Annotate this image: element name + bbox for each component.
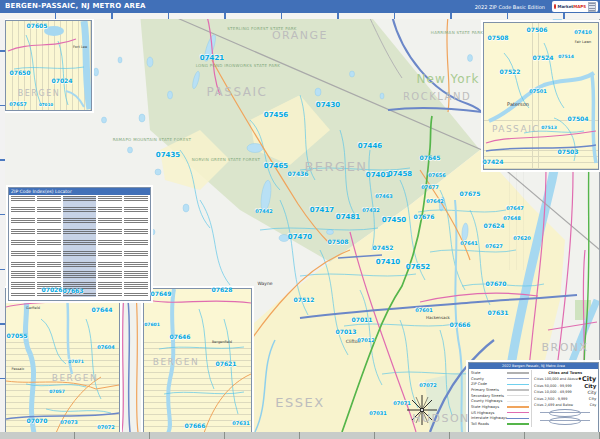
zip-code-label: 07645	[420, 155, 441, 161]
zip-index-column	[37, 196, 61, 297]
county-label: ESSEX	[275, 396, 324, 409]
town-label: Clifton	[346, 340, 361, 345]
zip-code-label: 07676	[414, 214, 435, 220]
town-label: Hackensack	[426, 316, 450, 320]
zip-code-label: 07456	[264, 112, 288, 119]
zip-code-label: 07012	[357, 338, 374, 343]
park-label: HARRIMAN STATE PARK	[431, 31, 483, 35]
map-legend: 2022 Bergen-Passaic, NJ Metro Area State…	[468, 362, 599, 437]
road-shield-sample	[534, 409, 596, 417]
zip-code-label: 07670	[486, 281, 507, 287]
zip-code-label: 07450	[382, 217, 406, 224]
zip-code-label: 07641	[460, 241, 477, 246]
zip-code-label: 07432	[362, 208, 379, 213]
logo-side-panel	[588, 2, 596, 12]
zip-code-label: 07647	[506, 206, 523, 211]
legend-line-items: StateCountyZIP CodePrimary StreetsSecond…	[471, 370, 531, 427]
park-label: NORVIN GREEN STATE FOREST	[192, 158, 261, 162]
zip-index-column	[11, 196, 35, 297]
zip-code-label: 07031	[369, 411, 386, 416]
zip-code-label: 07601	[415, 308, 432, 313]
compass-rose	[407, 395, 437, 425]
zip-code-label: 07436	[288, 171, 309, 177]
zip-index-column	[63, 196, 96, 297]
zip-code-label: 07677	[421, 185, 438, 190]
zip-code-label: 07452	[373, 245, 394, 251]
county-label: BERGEN	[304, 160, 367, 173]
zip-code-label: 07481	[336, 214, 360, 221]
zip-code-label: 07410	[376, 259, 400, 266]
county-label: HUDSON	[412, 413, 470, 424]
zip-code-label: 07620	[513, 236, 530, 241]
logo-text-market: Market	[557, 4, 573, 9]
zip-code-label: 07631	[488, 310, 509, 316]
zip-code-label: 07656	[428, 173, 445, 178]
park-label: RAMAPO MOUNTAIN STATE FOREST	[113, 138, 192, 142]
zip-code-label: 07627	[485, 244, 502, 249]
road-shield-sample	[534, 417, 596, 425]
county-label: New York	[417, 73, 480, 85]
top-ruler	[0, 13, 600, 19]
left-ruler	[0, 19, 5, 432]
map-screenshot: { "header": { "title": "BERGEN-PASSAIC, …	[0, 0, 600, 439]
zip-code-label: 07072	[419, 383, 436, 388]
zip-index-column	[124, 196, 148, 297]
park-label: LONG POND IRONWORKS STATE PARK	[196, 64, 281, 68]
zip-code-label: 07463	[375, 194, 392, 199]
zip-code-label: 07508	[328, 239, 349, 245]
title-bar: BERGEN-PASSAIC, NJ METRO AREA 2022 ZIP C…	[0, 0, 600, 13]
inset-bergenfield	[143, 288, 252, 434]
zip-code-label: 07652	[406, 264, 430, 271]
inset-paterson	[483, 22, 599, 170]
zip-code-label: 07435	[156, 152, 180, 159]
zip-code-label: 07666	[450, 322, 471, 328]
zip-code-label: 07013	[336, 329, 357, 335]
zip-code-label: 07465	[264, 163, 288, 170]
logo-text-maps: MAPS	[573, 4, 586, 9]
bottom-scale-bar	[0, 432, 600, 439]
marketmaps-logo: Market MAPS	[552, 1, 598, 12]
county-label: ORANGE	[272, 30, 328, 41]
zip-code-label: 07430	[316, 102, 340, 109]
zip-code-label: 07071	[393, 401, 410, 406]
zip-index-title: ZIP Code Index(es) Locator	[9, 188, 150, 195]
zip-code-label: 07642	[426, 199, 443, 204]
zip-index-panel: ZIP Code Index(es) Locator	[8, 187, 151, 301]
zip-code-label: 07446	[358, 143, 382, 150]
county-label: PASSAIC	[207, 86, 268, 98]
zip-code-label: 07417	[310, 207, 334, 214]
zip-code-label: 07401	[366, 172, 390, 179]
inset-fort-lee	[5, 20, 92, 111]
zip-code-label: 07011	[352, 317, 373, 323]
county-label: BRONX	[541, 342, 588, 353]
zip-code-label: 07442	[255, 209, 272, 214]
edition-label: 2022 ZIP Code Basic Edition	[475, 4, 545, 10]
zip-code-label: 07421	[200, 55, 224, 62]
town-label: Wayne	[257, 282, 272, 287]
county-label: ROCKLAND	[403, 92, 471, 102]
legend-city-items: Cities 100,000 and Above•CityCities 50,0…	[534, 376, 596, 409]
zip-code-label: 07624	[484, 223, 505, 229]
zip-code-label: 07675	[460, 191, 481, 197]
zip-code-label: 07648	[503, 216, 520, 221]
inset-passaic-rutherford	[5, 288, 120, 434]
zip-code-label: 07512	[294, 297, 315, 303]
park-label: STERLING FOREST STATE PARK	[227, 27, 297, 31]
logo-mark-icon	[554, 4, 556, 9]
zip-code-label: 07470	[288, 234, 312, 241]
map-title: BERGEN-PASSAIC, NJ METRO AREA	[5, 2, 146, 10]
zip-index-column	[98, 196, 122, 297]
legend-line-item: Toll Roads	[471, 421, 531, 427]
zip-index-table	[9, 195, 150, 298]
zip-code-label: 07458	[388, 171, 412, 178]
